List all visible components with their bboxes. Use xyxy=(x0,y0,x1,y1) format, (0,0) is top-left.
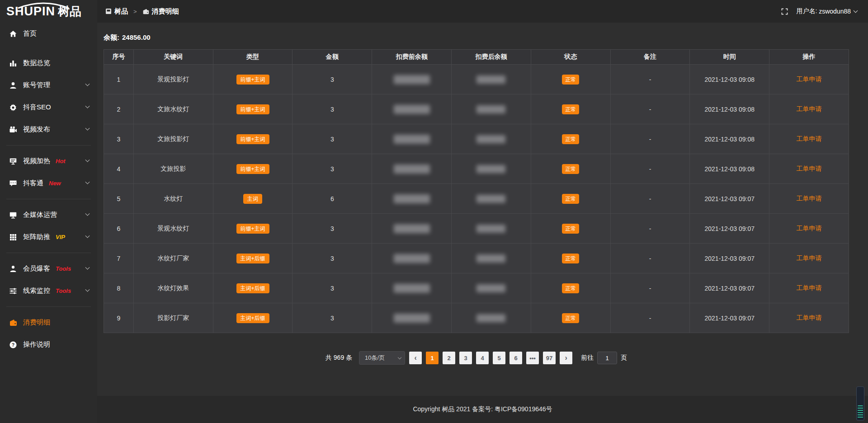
col-status: 状态 xyxy=(531,50,610,65)
main-content: 余额:24856.00 序号 关键词 类型 金额 扣费前余额 扣费后余额 状态 … xyxy=(97,23,868,423)
sidebar-item-video-publish[interactable]: 视频发布 xyxy=(0,118,97,141)
sidebar-item-douketong[interactable]: 抖客通 New xyxy=(0,172,97,194)
type-badge: 前缀+主词 xyxy=(236,224,269,234)
sidebar-item-video-heat[interactable]: 视频加热 Hot xyxy=(0,150,97,172)
cell-remark: - xyxy=(610,273,690,303)
menu-divider xyxy=(6,145,91,146)
video-camera-icon xyxy=(9,126,17,134)
username-label: 用户名: xyxy=(796,7,817,15)
pagination-total: 共 969 条 xyxy=(326,354,352,362)
cell-time: 2021-12-03 09:07 xyxy=(690,244,769,273)
sidebar-item-douyin-seo[interactable]: 抖音SEO xyxy=(0,96,97,118)
balance-line: 余额:24856.00 xyxy=(104,33,849,42)
sidebar-item-label: 线索监控 xyxy=(23,287,50,295)
page-button-2[interactable]: 2 xyxy=(443,352,455,364)
cell-keyword: 水纹灯效果 xyxy=(133,273,213,303)
status-badge: 正常 xyxy=(562,134,579,144)
col-remark: 备注 xyxy=(610,50,690,65)
cell-remark: - xyxy=(610,184,690,214)
page-button-6[interactable]: 6 xyxy=(509,352,522,364)
type-badge: 前缀+主词 xyxy=(236,134,269,144)
page-ellipsis-button[interactable]: ••• xyxy=(526,352,539,364)
type-badge: 前缀+主词 xyxy=(236,104,269,114)
work-order-link[interactable]: 工单申请 xyxy=(797,135,822,142)
status-badge: 正常 xyxy=(562,313,579,323)
breadcrumb-current: 消费明细 xyxy=(152,7,179,16)
sidebar-item-account[interactable]: 账号管理 xyxy=(0,74,97,96)
work-order-link[interactable]: 工单申请 xyxy=(797,165,822,172)
work-order-link[interactable]: 工单申请 xyxy=(797,254,822,262)
type-badge: 前缀+主词 xyxy=(236,75,269,85)
status-badge: 正常 xyxy=(562,224,579,234)
col-amount: 金额 xyxy=(292,50,372,65)
cell-amount: 3 xyxy=(292,154,372,184)
blurred-balance xyxy=(476,225,505,233)
corner-widget xyxy=(856,386,864,421)
col-keyword: 关键词 xyxy=(133,50,213,65)
sidebar-item-label: 全媒体运营 xyxy=(23,211,57,219)
breadcrumb-root[interactable]: 树品 xyxy=(114,7,128,16)
work-order-link[interactable]: 工单申请 xyxy=(797,75,822,83)
sidebar-item-data-overview[interactable]: 数据总览 xyxy=(0,52,97,74)
sidebar: SHUPIN树品 首页 数据总览 账号管理 抖音SEO 视频发布 xyxy=(0,0,97,423)
question-icon: ? xyxy=(9,341,17,349)
blurred-balance xyxy=(476,165,505,173)
sidebar-item-member-baoke[interactable]: 会员爆客 Tools xyxy=(0,258,97,280)
page-size-select[interactable]: 10条/页 xyxy=(359,351,405,365)
sidebar-item-label: 抖音SEO xyxy=(23,103,51,112)
sidebar-item-label: 抖客通 xyxy=(23,179,43,188)
blurred-balance xyxy=(394,224,430,233)
cell-index: 4 xyxy=(104,154,134,184)
blurred-balance xyxy=(476,254,505,263)
type-badge: 前缀+主词 xyxy=(236,164,269,174)
comment-icon xyxy=(9,179,17,188)
work-order-link[interactable]: 工单申请 xyxy=(797,195,822,202)
sidebar-item-home[interactable]: 首页 xyxy=(0,23,97,45)
cell-time: 2021-12-03 09:08 xyxy=(690,124,769,154)
work-order-link[interactable]: 工单申请 xyxy=(797,284,822,291)
work-order-link[interactable]: 工单申请 xyxy=(797,225,822,232)
cell-index: 6 xyxy=(104,214,134,244)
blurred-balance xyxy=(394,314,430,323)
sidebar-item-label: 操作说明 xyxy=(23,340,50,349)
cell-time: 2021-12-03 09:08 xyxy=(690,65,769,94)
sidebar-item-label: 数据总览 xyxy=(23,59,50,67)
col-action: 操作 xyxy=(769,50,849,65)
blurred-balance xyxy=(394,194,430,203)
sidebar-item-media-operation[interactable]: 全媒体运营 xyxy=(0,204,97,226)
goto-page-input[interactable] xyxy=(597,352,617,364)
chevron-down-icon xyxy=(85,82,90,86)
chevron-down-icon xyxy=(85,265,90,270)
chevron-down-icon xyxy=(398,355,401,359)
page-button-1[interactable]: 1 xyxy=(426,352,439,364)
blurred-balance xyxy=(476,314,505,322)
cell-time: 2021-12-03 09:08 xyxy=(690,154,769,184)
sidebar-item-clue-monitor[interactable]: 线索监控 Tools xyxy=(0,280,97,302)
page-button-3[interactable]: 3 xyxy=(459,352,472,364)
fullscreen-icon[interactable] xyxy=(781,8,788,15)
next-page-button[interactable]: › xyxy=(560,352,572,364)
cell-keyword: 景观水纹灯 xyxy=(133,214,213,244)
goto-label: 前往 xyxy=(581,354,594,362)
cell-amount: 3 xyxy=(292,214,372,244)
svg-text:?: ? xyxy=(12,342,14,347)
wallet-icon xyxy=(9,319,17,327)
gear-icon xyxy=(9,103,17,112)
home-icon xyxy=(9,30,17,38)
prev-page-button[interactable]: ‹ xyxy=(409,352,422,364)
menu-divider xyxy=(6,306,91,307)
user-menu[interactable]: 用户名: zswodun88 xyxy=(796,7,857,15)
page-button-5[interactable]: 5 xyxy=(493,352,505,364)
balance-label: 余额: xyxy=(104,33,119,41)
goto-page: 前往 页 xyxy=(581,352,627,364)
page-button-97[interactable]: 97 xyxy=(543,352,556,364)
work-order-link[interactable]: 工单申请 xyxy=(797,105,822,113)
cell-amount: 3 xyxy=(292,303,372,333)
sidebar-item-label: 消费明细 xyxy=(23,318,50,327)
chevron-down-icon xyxy=(85,180,90,184)
sidebar-item-matrix-boost[interactable]: 矩阵助推 VIP xyxy=(0,226,97,248)
page-button-4[interactable]: 4 xyxy=(476,352,489,364)
sidebar-item-consumption-detail[interactable]: 消费明细 xyxy=(0,311,97,334)
work-order-link[interactable]: 工单申请 xyxy=(797,314,822,321)
sidebar-item-instructions[interactable]: ? 操作说明 xyxy=(0,334,97,356)
